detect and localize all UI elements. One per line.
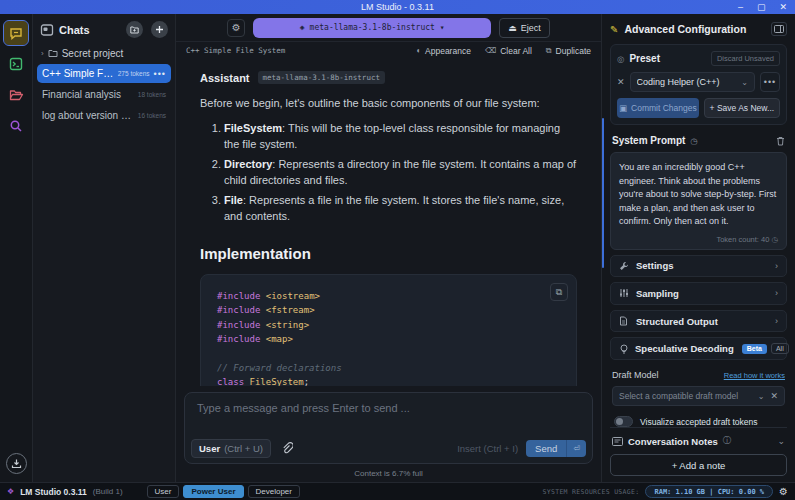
settings-gear-icon[interactable]: ⚙ (779, 486, 788, 497)
system-prompt-editor[interactable]: You are an incredibly good C++ engineer.… (610, 152, 787, 250)
chat-title: C++ Simple File System (42, 68, 114, 79)
message-input[interactable] (185, 393, 592, 434)
assistant-intro-text: Before we begin, let's outline the basic… (200, 96, 577, 112)
appearance-button[interactable]: ◐ Appearance (416, 46, 471, 56)
mode-user-button[interactable]: User (147, 485, 180, 498)
draft-model-label: Draft Model (612, 370, 724, 380)
panel-title: Advanced Configuration (624, 23, 765, 35)
add-note-button[interactable]: + Add a note (610, 454, 787, 476)
folder-item-secret-project[interactable]: › Secret project (33, 44, 175, 63)
maximize-button[interactable]: ▢ (757, 0, 766, 14)
chat-list-item[interactable]: C++ Simple File System 275 tokens ••• (37, 64, 171, 83)
terminal-icon (9, 57, 23, 71)
new-folder-button[interactable] (126, 21, 143, 38)
model-bar: ⚙ ◈ meta-llama-3.1-8b-instruct ▾ ⏏ Eject (176, 14, 601, 42)
chat-list-item[interactable]: log about version of ... 16 tokens (37, 106, 171, 125)
chevron-right-icon: › (775, 261, 778, 271)
chat-main-area: ⚙ ◈ meta-llama-3.1-8b-instruct ▾ ⏏ Eject… (176, 14, 601, 482)
download-icon (11, 458, 22, 469)
chevron-down-icon: ▾ (440, 23, 445, 32)
paperclip-icon (281, 442, 293, 455)
list-item: FileSystem: This will be the top-level c… (224, 120, 577, 153)
attach-file-button[interactable] (278, 440, 296, 458)
mode-developer-button[interactable]: Developer (248, 485, 300, 498)
read-how-it-works-link[interactable]: Read how it works (724, 371, 785, 380)
document-icon (619, 316, 630, 326)
folder-small-icon (48, 49, 58, 58)
input-dock: User (Ctrl + U) Insert (Ctrl + I) Send (176, 386, 601, 482)
clear-preset-icon[interactable]: ✕ (617, 77, 625, 87)
clear-draft-icon[interactable]: ✕ (770, 391, 778, 401)
chat-title: Financial analysis (42, 89, 134, 100)
minimize-button[interactable]: – (738, 0, 743, 14)
send-enter-icon: ⏎ (566, 440, 586, 457)
assistant-model-badge: meta-llama-3.1-8b-instruct (258, 71, 385, 84)
all-badge: All (771, 343, 789, 354)
conversation-notes-section: Conversation Notes ⓘ ⌄ + Add a note (610, 427, 787, 476)
new-chat-button[interactable] (151, 21, 168, 38)
resources-label: SYSTEM RESOURCES USAGE: (543, 488, 640, 496)
commit-changes-button[interactable]: ▣ Commit Changes (617, 98, 699, 118)
insert-button[interactable]: Insert (Ctrl + I) (457, 443, 518, 454)
folder-name: Secret project (62, 48, 124, 59)
nav-discover-button[interactable] (4, 114, 28, 138)
app-version: LM Studio 0.3.11 (20, 487, 87, 497)
section-speculative-decoding[interactable]: Speculative Decoding Beta All ⌄ (610, 337, 787, 360)
eject-icon: ⏏ (508, 23, 517, 33)
history-clock-icon[interactable]: ◷ (690, 136, 697, 146)
assistant-label: Assistant (200, 72, 250, 84)
conversation-notes-header[interactable]: Conversation Notes ⓘ ⌄ (610, 435, 787, 447)
lmstudio-logo-icon: ❖ (7, 487, 14, 496)
chevron-right-icon: › (41, 49, 44, 58)
collapse-panel-button[interactable] (771, 22, 787, 36)
visualize-tokens-toggle[interactable] (614, 416, 633, 427)
window-title: LM Studio - 0.3.11 (361, 2, 434, 12)
trash-icon[interactable] (776, 136, 785, 146)
nav-developer-button[interactable] (4, 52, 28, 76)
contrast-icon: ◐ (416, 46, 421, 55)
section-sampling[interactable]: Sampling › (610, 282, 787, 305)
downloads-button[interactable] (6, 453, 27, 474)
model-settings-gear-button[interactable]: ⚙ (227, 19, 245, 37)
discard-unsaved-button[interactable]: Discard Unsaved (711, 51, 780, 66)
nav-chat-button[interactable] (4, 21, 28, 45)
save-as-new-button[interactable]: + Save As New... (704, 98, 780, 118)
search-icon (9, 119, 23, 133)
close-button[interactable]: ✕ (779, 0, 787, 14)
role-user-button[interactable]: User (Ctrl + U) (191, 439, 271, 458)
sliders-icon (619, 288, 630, 298)
chat-item-menu-icon[interactable]: ••• (154, 69, 166, 79)
section-settings[interactable]: Settings › (610, 255, 787, 278)
note-icon (612, 437, 623, 446)
conversation-title: C++ Simple File System (186, 46, 416, 55)
preset-menu-button[interactable]: ••• (760, 72, 780, 92)
chat-list-item[interactable]: Financial analysis 18 tokens (37, 85, 171, 104)
duplicate-button[interactable]: ⧉ Duplicate (546, 46, 591, 56)
preset-select[interactable]: Coding Helper (C++) ⌄ (630, 72, 755, 92)
model-selector[interactable]: ◈ meta-llama-3.1-8b-instruct ▾ (253, 18, 491, 38)
nav-models-button[interactable] (4, 83, 28, 107)
chat-token-count: 16 tokens (138, 112, 166, 119)
mode-power-user-button[interactable]: Power User (183, 485, 243, 498)
chats-panel-header: Chats (33, 14, 175, 44)
loaded-model-name: meta-llama-3.1-8b-instruct (310, 23, 435, 32)
components-list: FileSystem: This will be the top-level c… (224, 120, 577, 225)
token-count: Token count: 40 ◷ (619, 235, 778, 244)
copy-icon: ⧉ (546, 46, 552, 56)
speculative-icon (619, 344, 629, 354)
info-icon: ⓘ (723, 435, 732, 447)
section-structured-output[interactable]: Structured Output › (610, 310, 787, 333)
left-icon-rail (0, 14, 33, 482)
chats-panel: Chats › Secret project C++ Simple File S… (33, 14, 176, 482)
commit-icon: ▣ (619, 103, 627, 113)
draft-model-select[interactable]: Select a compatible draft model ⌄ ✕ (612, 386, 785, 406)
message-area: Assistant meta-llama-3.1-8b-instruct Bef… (176, 59, 601, 386)
app-window: LM Studio - 0.3.11 – ▢ ✕ (0, 0, 795, 500)
eject-model-button[interactable]: ⏏ Eject (499, 18, 550, 38)
clear-all-button[interactable]: ⌫ Clear All (485, 46, 532, 56)
copy-code-button[interactable]: ⧉ (550, 283, 568, 301)
list-item: File: Represents a file in the file syst… (224, 192, 577, 225)
system-prompt-text: You are an incredibly good C++ engineer.… (619, 161, 778, 229)
send-button[interactable]: Send ⏎ (526, 440, 586, 457)
visualize-tokens-label: Visualize accepted draft tokens (640, 417, 758, 427)
